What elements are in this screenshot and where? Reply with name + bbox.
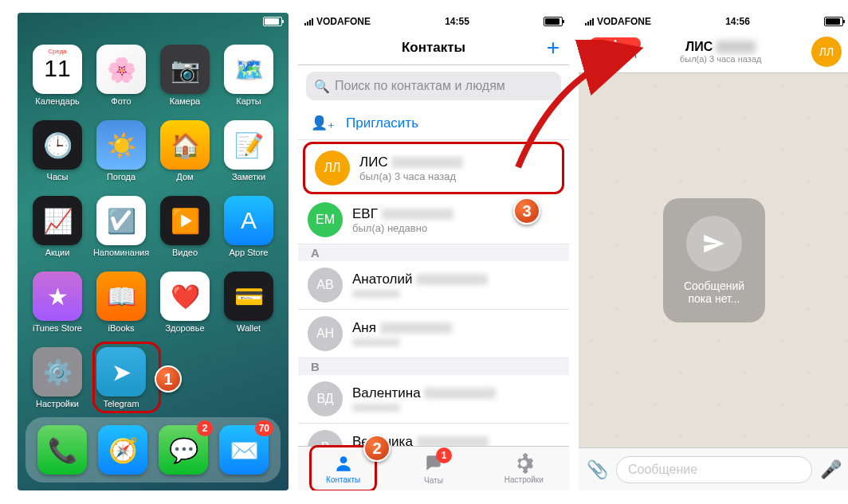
tab-label: Контакты bbox=[326, 475, 360, 484]
chats-badge: 1 bbox=[436, 447, 452, 463]
battery-icon bbox=[824, 17, 843, 26]
app-видео[interactable]: ▶️Видео bbox=[156, 196, 214, 257]
callout-3: 3 bbox=[513, 197, 540, 225]
message-input[interactable]: Сообщение bbox=[616, 456, 812, 483]
tab-bar: Контакты 1 Чаты Настройки bbox=[298, 446, 569, 490]
dock-app[interactable]: ✉️70 bbox=[219, 425, 269, 475]
clock: 14:56 bbox=[725, 16, 750, 27]
app-настройки[interactable]: ⚙️Настройки bbox=[29, 347, 86, 408]
chat-contact-name: ЛИС bbox=[685, 40, 713, 53]
app-дом[interactable]: 🏠Дом bbox=[156, 120, 214, 182]
clock: 14:55 bbox=[445, 16, 469, 27]
contact-row[interactable]: ВД Валентина bbox=[298, 375, 569, 424]
app-здоровье[interactable]: ❤️Здоровье bbox=[156, 272, 214, 333]
app-wallet[interactable]: 💳Wallet bbox=[220, 272, 277, 333]
attach-icon[interactable]: 📎 bbox=[587, 459, 608, 480]
contact-row[interactable]: ЛЛ ЛИС был(а) 3 часа назад bbox=[303, 142, 564, 194]
add-contact-button[interactable]: + bbox=[547, 35, 559, 61]
chat-body: Сообщений пока нет... bbox=[579, 73, 848, 447]
search-icon: 🔍 bbox=[314, 79, 330, 94]
app-ibooks[interactable]: 📖iBooks bbox=[92, 272, 150, 333]
dock-app[interactable]: 📞 bbox=[37, 425, 87, 475]
chat-title-area[interactable]: ЛИС был(а) 3 часа назад bbox=[636, 40, 805, 64]
mic-icon[interactable]: 🎤 bbox=[820, 459, 842, 480]
status-bar: VODAFONE 14:56 bbox=[579, 13, 848, 30]
contact-row[interactable]: АВ Анатолий bbox=[298, 261, 569, 310]
home-screen: VODAFONE 14:55 Среда11Календарь🌸Фото📷Кам… bbox=[18, 13, 289, 490]
chat-last-seen: был(а) 3 часа назад bbox=[636, 54, 805, 64]
app-заметки[interactable]: 📝Заметки bbox=[220, 120, 277, 182]
redacted-name bbox=[716, 41, 756, 53]
input-placeholder: Сообщение bbox=[628, 463, 697, 477]
app-фото[interactable]: 🌸Фото bbox=[92, 45, 150, 106]
page-title: Контакты bbox=[402, 40, 465, 56]
back-badge: 1 bbox=[590, 37, 641, 50]
app-itunes store[interactable]: ★iTunes Store bbox=[29, 272, 86, 333]
contacts-screen: VODAFONE 14:55 Контакты + 🔍 Поиск по кон… bbox=[298, 13, 569, 490]
svg-point-0 bbox=[340, 456, 347, 463]
signal-icon bbox=[585, 18, 594, 25]
contacts-icon bbox=[333, 453, 354, 474]
app-календарь[interactable]: Среда11Календарь bbox=[29, 45, 86, 106]
section-header-v: В bbox=[298, 358, 569, 375]
app-погода[interactable]: ☀️Погода bbox=[92, 120, 150, 182]
empty-state: Сообщений пока нет... bbox=[663, 198, 765, 322]
app-камера[interactable]: 📷Камера bbox=[156, 45, 214, 106]
app-grid: Среда11Календарь🌸Фото📷Камера🗺️Карты🕒Часы… bbox=[18, 37, 289, 416]
carrier-label: VODAFONE bbox=[597, 16, 651, 27]
search-placeholder: Поиск по контактам и людям bbox=[335, 79, 505, 93]
chat-header: 1 ‹ Назад ЛИС был(а) 3 часа назад ЛЛ bbox=[579, 30, 848, 73]
app-app store[interactable]: AApp Store bbox=[220, 196, 277, 257]
back-button[interactable]: 1 ‹ Назад bbox=[593, 44, 636, 60]
invite-friends-button[interactable]: 👤₊ Пригласить bbox=[298, 107, 569, 140]
app-карты[interactable]: 🗺️Карты bbox=[220, 45, 277, 106]
dock-app[interactable]: 🧭 bbox=[98, 425, 147, 475]
section-header-a: А bbox=[298, 244, 569, 261]
status-bar: VODAFONE 14:55 bbox=[298, 13, 569, 30]
dock: 📞🧭💬2✉️70 bbox=[26, 417, 281, 483]
search-input[interactable]: 🔍 Поиск по контактам и людям bbox=[306, 72, 561, 100]
nav-bar: Контакты + bbox=[298, 30, 569, 65]
battery-icon bbox=[544, 17, 563, 26]
invite-label: Пригласить bbox=[346, 115, 418, 131]
carrier-label: VODAFONE bbox=[316, 16, 371, 27]
chat-screen: VODAFONE 14:56 1 ‹ Назад ЛИС был(а) 3 ча… bbox=[579, 13, 848, 490]
tab-label: Чаты bbox=[424, 476, 443, 485]
chat-avatar[interactable]: ЛЛ bbox=[811, 37, 842, 67]
app-акции[interactable]: 📈Акции bbox=[29, 196, 86, 257]
contact-row[interactable]: АН Аня bbox=[298, 310, 569, 358]
app-напоминания[interactable]: ☑️Напоминания bbox=[92, 196, 150, 257]
empty-text: Сообщений пока нет... bbox=[684, 279, 744, 305]
send-icon bbox=[686, 216, 742, 272]
app-часы[interactable]: 🕒Часы bbox=[29, 120, 86, 182]
battery-icon bbox=[263, 17, 282, 26]
app-telegram[interactable]: ➤Telegram bbox=[92, 347, 150, 408]
callout-2: 2 bbox=[363, 435, 391, 462]
tab-chats[interactable]: 1 Чаты bbox=[388, 447, 478, 490]
input-bar: 📎 Сообщение 🎤 bbox=[579, 447, 848, 490]
callout-1: 1 bbox=[155, 365, 182, 393]
signal-icon bbox=[304, 18, 313, 25]
dock-app[interactable]: 💬2 bbox=[159, 425, 208, 475]
gear-icon bbox=[513, 453, 534, 474]
tab-label: Настройки bbox=[504, 475, 544, 484]
tab-settings[interactable]: Настройки bbox=[479, 447, 569, 490]
add-user-icon: 👤₊ bbox=[311, 115, 335, 131]
